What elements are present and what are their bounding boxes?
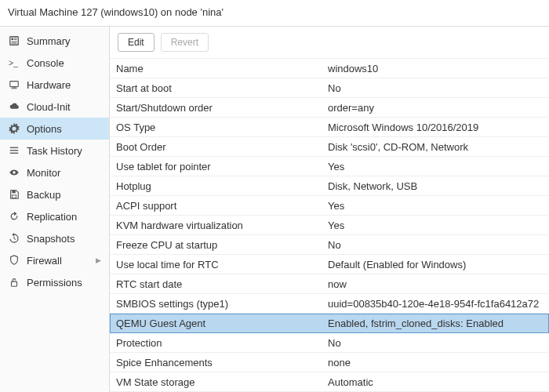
option-value: No xyxy=(322,236,549,254)
option-value: Disk 'scsi0', CD-ROM, Network xyxy=(322,138,549,156)
shield-icon xyxy=(8,254,20,267)
sidebar-item-label: Task History xyxy=(27,145,82,157)
svg-rect-1 xyxy=(12,38,14,41)
cloud-icon xyxy=(8,100,20,113)
sidebar-item-monitor[interactable]: Monitor xyxy=(0,162,109,183)
sidebar-item-label: Options xyxy=(27,123,62,135)
svg-rect-14 xyxy=(12,195,16,198)
svg-rect-8 xyxy=(12,88,16,89)
option-row[interactable]: VM State storageAutomatic xyxy=(110,372,549,392)
option-key: Boot Order xyxy=(110,138,322,156)
svg-rect-7 xyxy=(10,82,19,87)
option-row[interactable]: Freeze CPU at startupNo xyxy=(110,235,549,255)
option-value: Yes xyxy=(322,216,549,234)
option-value: order=any xyxy=(322,99,549,117)
option-key: Start/Shutdown order xyxy=(110,99,322,117)
svg-rect-10 xyxy=(10,147,19,148)
option-row[interactable]: RTC start datenow xyxy=(110,274,549,294)
sidebar-item-label: Firewall xyxy=(27,255,62,267)
option-value: windows10 xyxy=(322,60,549,78)
sidebar-item-options[interactable]: Options xyxy=(0,118,109,140)
option-value: Enabled, fstrim_cloned_disks: Enabled xyxy=(322,314,549,332)
option-value: No xyxy=(322,79,549,97)
option-key: ACPI support xyxy=(110,197,322,215)
sidebar-item-firewall[interactable]: Firewall▶ xyxy=(0,249,109,271)
sidebar-item-label: Monitor xyxy=(27,167,60,179)
option-row[interactable]: Use tablet for pointerYes xyxy=(110,157,549,176)
console-icon: >_ xyxy=(8,56,20,69)
sidebar-item-label: Summary xyxy=(27,35,71,47)
option-key: RTC start date xyxy=(110,275,322,293)
svg-text:>_: >_ xyxy=(9,58,18,67)
edit-button[interactable]: Edit xyxy=(118,33,155,52)
option-row[interactable]: Start/Shutdown orderorder=any xyxy=(110,98,549,118)
svg-rect-13 xyxy=(12,191,15,194)
sidebar-item-label: Console xyxy=(27,57,64,69)
option-row[interactable]: Start at bootNo xyxy=(110,78,549,98)
sidebar: Summary>_ConsoleHardwareCloud-InitOption… xyxy=(0,27,110,392)
list-icon xyxy=(8,144,20,157)
option-key: Use tablet for pointer xyxy=(110,158,322,176)
sidebar-item-label: Cloud-Init xyxy=(27,101,71,113)
sidebar-item-snapshots[interactable]: Snapshots xyxy=(0,227,109,249)
main-panel: Edit Revert Namewindows10Start at bootNo… xyxy=(110,27,549,392)
option-row[interactable]: Use local time for RTCDefault (Enabled f… xyxy=(110,255,549,274)
sidebar-item-label: Permissions xyxy=(27,277,82,289)
sidebar-item-replication[interactable]: Replication xyxy=(0,205,109,227)
option-value: none xyxy=(322,354,549,372)
sidebar-item-console[interactable]: >_Console xyxy=(0,52,109,74)
option-row[interactable]: OS TypeMicrosoft Windows 10/2016/2019 xyxy=(110,118,549,137)
option-row[interactable]: Spice Enhancementsnone xyxy=(110,353,549,372)
option-value: Default (Enabled for Windows) xyxy=(322,256,549,274)
sidebar-item-permissions[interactable]: Permissions xyxy=(0,271,109,293)
gear-icon xyxy=(8,122,20,135)
svg-rect-9 xyxy=(12,88,17,89)
option-value: Automatic xyxy=(322,373,549,391)
svg-rect-15 xyxy=(12,281,17,286)
svg-rect-12 xyxy=(10,153,19,154)
option-key: Use local time for RTC xyxy=(110,256,322,274)
option-key: Hotplug xyxy=(110,177,322,195)
option-row[interactable]: SMBIOS settings (type1)uuid=00835b40-120… xyxy=(110,294,549,314)
eye-icon xyxy=(8,166,20,179)
option-value: Disk, Network, USB xyxy=(322,177,549,195)
revert-button[interactable]: Revert xyxy=(161,33,209,52)
sidebar-item-label: Replication xyxy=(27,211,77,223)
option-key: SMBIOS settings (type1) xyxy=(110,295,322,313)
option-key: KVM hardware virtualization xyxy=(110,216,322,234)
sidebar-item-label: Backup xyxy=(27,189,60,201)
sidebar-item-summary[interactable]: Summary xyxy=(0,30,109,52)
option-value: uuid=00835b40-120e-4e18-954f-fc1fa6412a7… xyxy=(322,295,549,313)
option-row[interactable]: ACPI supportYes xyxy=(110,196,549,216)
option-key: Freeze CPU at startup xyxy=(110,236,322,254)
option-value: Yes xyxy=(322,197,549,215)
sidebar-item-task-history[interactable]: Task History xyxy=(0,140,109,162)
option-value: Microsoft Windows 10/2016/2019 xyxy=(322,118,549,136)
option-value: now xyxy=(322,275,549,293)
option-value: Yes xyxy=(322,158,549,176)
option-key: Start at boot xyxy=(110,79,322,97)
option-key: OS Type xyxy=(110,118,322,136)
option-key: VM State storage xyxy=(110,373,322,391)
refresh-icon xyxy=(8,210,20,223)
sidebar-item-hardware[interactable]: Hardware xyxy=(0,74,109,96)
option-key: Spice Enhancements xyxy=(110,354,322,372)
option-row[interactable]: Namewindows10 xyxy=(110,59,549,78)
svg-rect-5 xyxy=(12,43,17,44)
option-row[interactable]: Boot OrderDisk 'scsi0', CD-ROM, Network xyxy=(110,137,549,157)
chevron-right-icon: ▶ xyxy=(96,256,101,264)
option-row[interactable]: HotplugDisk, Network, USB xyxy=(110,176,549,196)
option-row[interactable]: KVM hardware virtualizationYes xyxy=(110,216,549,235)
option-row[interactable]: ProtectionNo xyxy=(110,333,549,353)
svg-rect-11 xyxy=(10,150,19,151)
layout: Summary>_ConsoleHardwareCloud-InitOption… xyxy=(0,27,549,392)
option-key: Name xyxy=(110,60,322,78)
option-row[interactable]: QEMU Guest AgentEnabled, fstrim_cloned_d… xyxy=(110,314,549,333)
option-value: No xyxy=(322,334,549,352)
option-key: QEMU Guest Agent xyxy=(110,314,322,332)
svg-rect-2 xyxy=(14,38,17,39)
sidebar-item-backup[interactable]: Backup xyxy=(0,183,109,205)
history-icon xyxy=(8,232,20,245)
unlock-icon xyxy=(8,276,20,289)
sidebar-item-cloud-init[interactable]: Cloud-Init xyxy=(0,96,109,118)
